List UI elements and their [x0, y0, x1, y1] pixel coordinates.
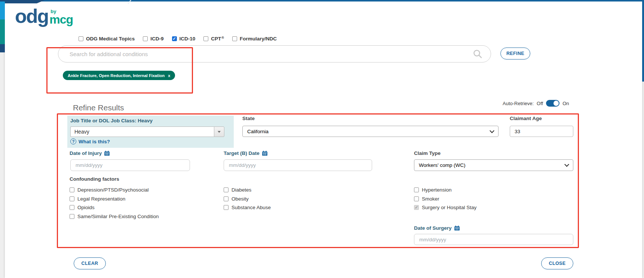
- checkbox-opioids[interactable]: Opioids: [70, 205, 95, 210]
- auto-retrieve-toggle[interactable]: [546, 100, 559, 107]
- state-value: California: [247, 129, 269, 134]
- checkbox-legal-representation[interactable]: Legal Representation: [70, 196, 125, 202]
- job-title-label: Job Title or DOL Job Class: Heavy: [70, 118, 153, 123]
- left-stripe-navy: [0, 44, 5, 52]
- condition-chip: Ankle Fracture, Open Reduction, Internal…: [63, 71, 175, 80]
- doc-type-label: CPT®: [211, 36, 224, 42]
- checkbox-icon[interactable]: [70, 205, 74, 210]
- checkbox-label: Hypertension: [422, 187, 452, 193]
- doc-type-odg-medical-topics[interactable]: ODG Medical Topics: [79, 36, 135, 42]
- doc-type-formulary-ndc[interactable]: Formulary/NDC: [232, 36, 277, 42]
- date-of-injury-label: Date of Injury: [70, 150, 110, 156]
- checkbox-label: Substance Abuse: [231, 205, 271, 210]
- doc-type-icd9[interactable]: ICD-9: [143, 36, 163, 42]
- date-of-injury-input[interactable]: [70, 159, 190, 171]
- target-date-label: Target (B) Date: [224, 150, 267, 156]
- checkbox-icon[interactable]: [70, 196, 74, 201]
- odg-app: odg by mcg ODG Medical Topics ICD-9 ICD-…: [0, 0, 644, 278]
- checkbox-icon[interactable]: [70, 214, 74, 219]
- doc-type-icd10[interactable]: ICD-10: [172, 36, 196, 42]
- date-of-surgery-label: Date of Surgery: [414, 225, 460, 231]
- doc-type-label: ODG Medical Topics: [86, 36, 135, 42]
- claimant-age-label: Claimant Age: [510, 116, 542, 121]
- job-class-input[interactable]: [70, 126, 214, 137]
- registered-mark: ®: [221, 36, 224, 40]
- calendar-icon[interactable]: [262, 151, 267, 156]
- top-border: [0, 0, 644, 1]
- checkbox-label: Legal Representation: [77, 196, 125, 202]
- checkbox-obesity[interactable]: Obesity: [224, 196, 249, 202]
- condition-chip-label: Ankle Fracture, Open Reduction, Internal…: [68, 73, 165, 78]
- close-button[interactable]: CLOSE: [541, 257, 573, 269]
- question-icon: ?: [70, 138, 76, 144]
- right-border: [642, 0, 644, 82]
- checkbox-surgery-or-hospital-stay: Surgery or Hospital Stay: [414, 205, 476, 210]
- clear-button[interactable]: CLEAR: [74, 257, 106, 269]
- state-label: State: [242, 116, 255, 121]
- left-stripe-teal: [0, 19, 5, 44]
- checkbox-same-similar-condition[interactable]: Same/Similar Pre-Existing Condition: [70, 214, 159, 219]
- checkbox-smoker[interactable]: Smoker: [414, 196, 439, 202]
- doc-type-label: ICD-10: [180, 36, 196, 42]
- search-input[interactable]: [69, 51, 473, 58]
- chip-close-icon[interactable]: x: [168, 73, 170, 78]
- logo-mcg-text: mcg: [49, 13, 73, 25]
- doc-type-label: Formulary/NDC: [240, 36, 277, 42]
- checkbox-icon[interactable]: [70, 187, 74, 192]
- checkbox-label: Diabetes: [231, 187, 251, 193]
- target-date-input[interactable]: [224, 159, 372, 171]
- checkbox-substance-abuse[interactable]: Substance Abuse: [224, 205, 271, 210]
- toggle-knob: [553, 101, 559, 106]
- checkbox-icon[interactable]: [172, 36, 177, 41]
- state-select[interactable]: California: [242, 126, 499, 137]
- checkbox-icon[interactable]: [79, 36, 83, 41]
- checkbox-label: Surgery or Hospital Stay: [422, 205, 476, 210]
- claim-type-select[interactable]: Workers' comp (WC): [414, 159, 573, 171]
- combobox-dropdown-button[interactable]: [214, 126, 224, 137]
- refine-button[interactable]: REFINE: [500, 48, 530, 59]
- checkbox-icon[interactable]: [224, 205, 229, 210]
- checkbox-icon[interactable]: [224, 196, 229, 201]
- logo-odg-text: odg: [15, 7, 48, 25]
- checkbox-label: Opioids: [77, 205, 95, 210]
- date-of-surgery-input[interactable]: [414, 234, 573, 245]
- claim-type-label: Claim Type: [414, 150, 441, 156]
- checkbox-label: Same/Similar Pre-Existing Condition: [77, 214, 159, 219]
- doc-type-cpt[interactable]: CPT®: [203, 36, 224, 42]
- odg-mcg-logo: odg by mcg: [15, 7, 73, 25]
- checkbox-label: Smoker: [422, 196, 439, 202]
- confounding-factors-label: Confounding factors: [70, 176, 119, 182]
- chevron-down-icon: [490, 128, 494, 133]
- checkbox-icon[interactable]: [232, 36, 237, 41]
- checkbox-icon[interactable]: [224, 187, 229, 192]
- checkbox-hypertension[interactable]: Hypertension: [414, 187, 452, 193]
- checkbox-label: Depression/PTSD/Psychosocial: [77, 187, 149, 193]
- refine-results-title: Refine Results: [73, 103, 124, 112]
- calendar-icon[interactable]: [454, 226, 460, 230]
- search-bar: [58, 45, 491, 62]
- auto-retrieve-on-label[interactable]: On: [562, 101, 569, 106]
- doc-type-label: ICD-9: [150, 36, 163, 42]
- checkbox-icon: [414, 205, 419, 210]
- claim-type-value: Workers' comp (WC): [419, 162, 466, 168]
- auto-retrieve-control: Auto-Retrieve: Off On: [503, 100, 569, 107]
- checkbox-icon[interactable]: [414, 196, 419, 201]
- left-stripe-lightblue: [0, 1, 5, 19]
- job-class-combobox: [70, 126, 224, 137]
- checkbox-depression[interactable]: Depression/PTSD/Psychosocial: [70, 187, 149, 193]
- chevron-down-icon: [564, 162, 569, 167]
- checkbox-diabetes[interactable]: Diabetes: [224, 187, 251, 193]
- auto-retrieve-off-label[interactable]: Off: [537, 101, 543, 106]
- checkbox-icon[interactable]: [143, 36, 148, 41]
- calendar-icon[interactable]: [104, 151, 110, 156]
- triangle-down-icon: [218, 131, 221, 133]
- checkbox-label: Obesity: [231, 196, 249, 202]
- search-icon[interactable]: [473, 49, 482, 59]
- what-is-this-link[interactable]: ? What is this?: [70, 138, 110, 144]
- checkbox-icon[interactable]: [203, 36, 208, 41]
- auto-retrieve-label: Auto-Retrieve:: [503, 101, 534, 106]
- doc-type-row: ODG Medical Topics ICD-9 ICD-10 CPT® For…: [79, 36, 277, 42]
- what-is-this-label: What is this?: [79, 139, 110, 144]
- checkbox-icon[interactable]: [414, 187, 419, 192]
- claimant-age-input[interactable]: [510, 126, 573, 137]
